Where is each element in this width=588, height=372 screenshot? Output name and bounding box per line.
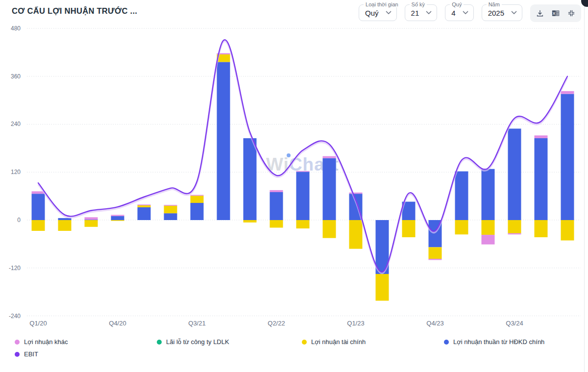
x-tick-label: Q3/24 [506,320,523,327]
bar-segment[interactable] [508,233,521,234]
bar-segment[interactable] [482,235,495,245]
legend-label: Lãi lỗ từ công ty LDLK [166,338,229,346]
bar-segment[interactable] [191,203,204,220]
legend-label: EBIT [24,350,38,358]
watermark-i-dot [287,153,291,157]
legend-dot [302,340,307,345]
legend-item[interactable]: Lợi nhuận tài chính [302,338,366,346]
bar-segment[interactable] [349,193,363,194]
legend-dot [15,352,20,357]
bar-segment[interactable] [270,190,283,192]
bar-segment[interactable] [32,220,45,231]
bar-segment[interactable] [164,205,177,206]
bar-segment[interactable] [482,220,495,235]
bar-segment[interactable] [85,220,98,227]
x-tick-label: Q1/23 [347,320,364,327]
bar-segment[interactable] [138,205,151,207]
x-tick-label: Q1/20 [29,320,47,327]
legend-label: Lợi nhuận thuần từ HĐKD chính [453,338,544,346]
bar-segment[interactable] [111,215,124,216]
bar-segment[interactable] [323,220,336,238]
legend-item[interactable]: EBIT [15,350,38,358]
bar-segment[interactable] [402,220,416,237]
bar-segment[interactable] [111,216,124,220]
bar-segment[interactable] [561,91,574,94]
x-tick-label: Q2/22 [268,320,285,327]
x-tick-label: Q4/23 [426,320,443,327]
chart-card: CƠ CẤU LỢI NHUẬN TRƯỚC ... Loại thời gia… [0,0,588,372]
bar-segment[interactable] [429,247,442,259]
bar-segment[interactable] [376,274,389,301]
bar-segment[interactable] [270,192,283,220]
bar-segment[interactable] [535,135,548,138]
bar-segment[interactable] [217,62,230,220]
bar-segment[interactable] [482,169,495,220]
bar-segment[interactable] [244,220,257,223]
bar-segment[interactable] [296,172,310,220]
legend-dot [157,340,162,345]
bar-segment[interactable] [429,259,442,260]
bar-segment[interactable] [323,156,336,158]
bar-segment[interactable] [270,220,283,227]
y-tick-label: -120 [9,265,21,272]
bar-segment[interactable] [561,220,574,241]
bar-segment[interactable] [244,138,257,220]
bar-segment[interactable] [32,194,45,220]
bar-segment[interactable] [58,220,72,231]
x-tick-label: Q3/21 [188,320,205,327]
panel-edge-divider [584,0,585,372]
bar-segment[interactable] [455,220,468,234]
bar-segment[interactable] [111,220,124,221]
y-tick-label: 240 [11,121,21,127]
bar-segment[interactable] [164,206,177,213]
bar-segment[interactable] [508,220,521,233]
legend-item[interactable]: Lợi nhuận thuần từ HĐKD chính [444,338,544,346]
bar-segment[interactable] [296,220,310,228]
legend-item[interactable]: Lợi nhuận khác [15,338,68,346]
bar-segment[interactable] [535,220,548,237]
x-tick-label: Q4/20 [109,320,126,327]
bar-segment[interactable] [323,158,336,220]
bar-segment[interactable] [296,171,310,172]
legend-dot [15,340,20,345]
bar-segment[interactable] [164,213,177,220]
y-tick-label: 360 [11,73,21,80]
bar-segment[interactable] [191,196,204,203]
chart-legend: Lợi nhuận khácLãi lỗ từ công ty LDLKLợi … [0,334,588,372]
y-tick-label: 120 [11,169,21,175]
bar-segment[interactable] [455,172,468,220]
bar-segment[interactable] [191,195,204,196]
legend-dot [444,340,449,345]
y-tick-label: 0 [17,217,21,223]
y-tick-label: 480 [11,25,21,32]
legend-label: Lợi nhuận khác [24,338,68,346]
bar-segment[interactable] [508,128,521,220]
bar-segment[interactable] [535,138,548,220]
y-tick-label: -240 [9,313,21,320]
bar-segment[interactable] [85,217,98,220]
legend-item[interactable]: Lãi lỗ từ công ty LDLK [157,338,229,346]
bar-segment[interactable] [349,220,363,249]
chart-plot-area: 4803602401200-120-240WiChartQ1/20Q4/20Q3… [0,0,588,333]
legend-label: Lợi nhuận tài chính [311,338,366,346]
bar-segment[interactable] [138,207,151,220]
bar-segment[interactable] [138,204,151,205]
bar-segment[interactable] [561,94,574,220]
